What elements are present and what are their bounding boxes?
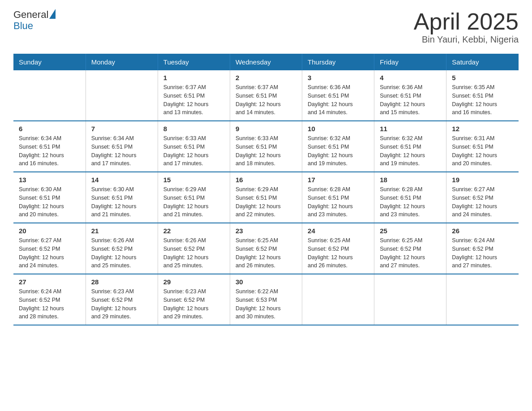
day-number: 22	[163, 227, 224, 235]
calendar-cell: 8Sunrise: 6:33 AM Sunset: 6:51 PM Daylig…	[158, 121, 230, 172]
calendar-cell: 19Sunrise: 6:27 AM Sunset: 6:52 PM Dayli…	[446, 172, 519, 223]
calendar-cell: 5Sunrise: 6:35 AM Sunset: 6:51 PM Daylig…	[446, 70, 519, 121]
day-info: Sunrise: 6:31 AM Sunset: 6:51 PM Dayligh…	[452, 134, 513, 168]
day-number: 29	[163, 278, 224, 286]
day-number: 24	[308, 227, 369, 235]
day-info: Sunrise: 6:33 AM Sunset: 6:51 PM Dayligh…	[236, 134, 296, 168]
day-number: 10	[308, 125, 369, 133]
header-monday: Monday	[86, 54, 158, 70]
day-info: Sunrise: 6:25 AM Sunset: 6:52 PM Dayligh…	[380, 236, 441, 270]
day-info: Sunrise: 6:30 AM Sunset: 6:51 PM Dayligh…	[19, 185, 80, 219]
day-number: 19	[452, 176, 513, 184]
logo-general-text: General	[13, 9, 48, 20]
header-friday: Friday	[374, 54, 446, 70]
day-info: Sunrise: 6:37 AM Sunset: 6:51 PM Dayligh…	[163, 83, 224, 117]
calendar-cell: 23Sunrise: 6:25 AM Sunset: 6:52 PM Dayli…	[230, 223, 302, 274]
day-info: Sunrise: 6:26 AM Sunset: 6:52 PM Dayligh…	[91, 236, 152, 270]
calendar-cell: 18Sunrise: 6:28 AM Sunset: 6:51 PM Dayli…	[374, 172, 446, 223]
calendar-cell: 30Sunrise: 6:22 AM Sunset: 6:53 PM Dayli…	[230, 274, 302, 325]
calendar-week-row: 27Sunrise: 6:24 AM Sunset: 6:52 PM Dayli…	[13, 274, 519, 325]
calendar-cell: 27Sunrise: 6:24 AM Sunset: 6:52 PM Dayli…	[13, 274, 86, 325]
logo-blue-text: Blue	[13, 21, 56, 31]
header-tuesday: Tuesday	[158, 54, 230, 70]
day-number: 14	[91, 176, 152, 184]
calendar-cell: 14Sunrise: 6:30 AM Sunset: 6:51 PM Dayli…	[86, 172, 158, 223]
day-number: 8	[163, 125, 224, 133]
day-info: Sunrise: 6:24 AM Sunset: 6:52 PM Dayligh…	[452, 236, 513, 270]
day-number: 18	[380, 176, 441, 184]
calendar-week-row: 20Sunrise: 6:27 AM Sunset: 6:52 PM Dayli…	[13, 223, 519, 274]
page-header: General Blue April 2025 Bin Yauri, Kebbi…	[13, 9, 519, 45]
day-info: Sunrise: 6:30 AM Sunset: 6:51 PM Dayligh…	[91, 185, 152, 219]
page-title: April 2025	[414, 9, 519, 34]
calendar-cell: 24Sunrise: 6:25 AM Sunset: 6:52 PM Dayli…	[302, 223, 374, 274]
calendar-cell	[302, 274, 374, 325]
day-number: 13	[19, 176, 80, 184]
day-info: Sunrise: 6:32 AM Sunset: 6:51 PM Dayligh…	[308, 134, 369, 168]
day-info: Sunrise: 6:26 AM Sunset: 6:52 PM Dayligh…	[163, 236, 224, 270]
calendar-week-row: 1Sunrise: 6:37 AM Sunset: 6:51 PM Daylig…	[13, 70, 519, 121]
header-thursday: Thursday	[302, 54, 374, 70]
calendar-cell: 11Sunrise: 6:32 AM Sunset: 6:51 PM Dayli…	[374, 121, 446, 172]
calendar-table: SundayMondayTuesdayWednesdayThursdayFrid…	[13, 54, 519, 325]
day-info: Sunrise: 6:32 AM Sunset: 6:51 PM Dayligh…	[380, 134, 441, 168]
calendar-cell: 16Sunrise: 6:29 AM Sunset: 6:51 PM Dayli…	[230, 172, 302, 223]
day-number: 20	[19, 227, 80, 235]
day-info: Sunrise: 6:34 AM Sunset: 6:51 PM Dayligh…	[91, 134, 152, 168]
day-info: Sunrise: 6:36 AM Sunset: 6:51 PM Dayligh…	[308, 83, 369, 117]
day-number: 21	[91, 227, 152, 235]
calendar-cell: 20Sunrise: 6:27 AM Sunset: 6:52 PM Dayli…	[13, 223, 86, 274]
day-info: Sunrise: 6:35 AM Sunset: 6:51 PM Dayligh…	[452, 83, 513, 117]
day-number: 5	[452, 74, 513, 81]
day-number: 6	[19, 125, 80, 133]
calendar-cell: 2Sunrise: 6:37 AM Sunset: 6:51 PM Daylig…	[230, 70, 302, 121]
calendar-cell: 25Sunrise: 6:25 AM Sunset: 6:52 PM Dayli…	[374, 223, 446, 274]
calendar-cell: 13Sunrise: 6:30 AM Sunset: 6:51 PM Dayli…	[13, 172, 86, 223]
day-number: 9	[236, 125, 296, 133]
day-number: 12	[452, 125, 513, 133]
page-subtitle: Bin Yauri, Kebbi, Nigeria	[414, 34, 519, 45]
calendar-cell: 26Sunrise: 6:24 AM Sunset: 6:52 PM Dayli…	[446, 223, 519, 274]
calendar-cell: 15Sunrise: 6:29 AM Sunset: 6:51 PM Dayli…	[158, 172, 230, 223]
calendar-cell: 3Sunrise: 6:36 AM Sunset: 6:51 PM Daylig…	[302, 70, 374, 121]
logo: General Blue	[13, 9, 56, 31]
day-info: Sunrise: 6:22 AM Sunset: 6:53 PM Dayligh…	[236, 287, 296, 321]
day-info: Sunrise: 6:25 AM Sunset: 6:52 PM Dayligh…	[236, 236, 296, 270]
calendar-cell: 22Sunrise: 6:26 AM Sunset: 6:52 PM Dayli…	[158, 223, 230, 274]
calendar-cell: 12Sunrise: 6:31 AM Sunset: 6:51 PM Dayli…	[446, 121, 519, 172]
calendar-cell	[86, 70, 158, 121]
day-number: 28	[91, 278, 152, 286]
header-wednesday: Wednesday	[230, 54, 302, 70]
day-number: 2	[236, 74, 296, 81]
day-info: Sunrise: 6:29 AM Sunset: 6:51 PM Dayligh…	[236, 185, 296, 219]
day-number: 27	[19, 278, 80, 286]
day-info: Sunrise: 6:28 AM Sunset: 6:51 PM Dayligh…	[380, 185, 441, 219]
day-number: 25	[380, 227, 441, 235]
day-number: 11	[380, 125, 441, 133]
day-info: Sunrise: 6:27 AM Sunset: 6:52 PM Dayligh…	[19, 236, 80, 270]
day-info: Sunrise: 6:28 AM Sunset: 6:51 PM Dayligh…	[308, 185, 369, 219]
day-info: Sunrise: 6:23 AM Sunset: 6:52 PM Dayligh…	[163, 287, 224, 321]
day-info: Sunrise: 6:37 AM Sunset: 6:51 PM Dayligh…	[236, 83, 296, 117]
day-number: 17	[308, 176, 369, 184]
day-number: 15	[163, 176, 224, 184]
day-number: 30	[236, 278, 296, 286]
calendar-cell: 21Sunrise: 6:26 AM Sunset: 6:52 PM Dayli…	[86, 223, 158, 274]
day-number: 26	[452, 227, 513, 235]
calendar-cell: 6Sunrise: 6:34 AM Sunset: 6:51 PM Daylig…	[13, 121, 86, 172]
calendar-cell: 4Sunrise: 6:36 AM Sunset: 6:51 PM Daylig…	[374, 70, 446, 121]
day-number: 1	[163, 74, 224, 81]
calendar-cell: 1Sunrise: 6:37 AM Sunset: 6:51 PM Daylig…	[158, 70, 230, 121]
calendar-cell: 10Sunrise: 6:32 AM Sunset: 6:51 PM Dayli…	[302, 121, 374, 172]
calendar-cell: 17Sunrise: 6:28 AM Sunset: 6:51 PM Dayli…	[302, 172, 374, 223]
calendar-cell	[13, 70, 86, 121]
day-info: Sunrise: 6:25 AM Sunset: 6:52 PM Dayligh…	[308, 236, 369, 270]
calendar-cell: 28Sunrise: 6:23 AM Sunset: 6:52 PM Dayli…	[86, 274, 158, 325]
day-info: Sunrise: 6:23 AM Sunset: 6:52 PM Dayligh…	[91, 287, 152, 321]
day-number: 16	[236, 176, 296, 184]
calendar-cell: 29Sunrise: 6:23 AM Sunset: 6:52 PM Dayli…	[158, 274, 230, 325]
calendar-header-row: SundayMondayTuesdayWednesdayThursdayFrid…	[13, 54, 519, 70]
day-number: 3	[308, 74, 369, 81]
calendar-week-row: 6Sunrise: 6:34 AM Sunset: 6:51 PM Daylig…	[13, 121, 519, 172]
header-saturday: Saturday	[446, 54, 519, 70]
